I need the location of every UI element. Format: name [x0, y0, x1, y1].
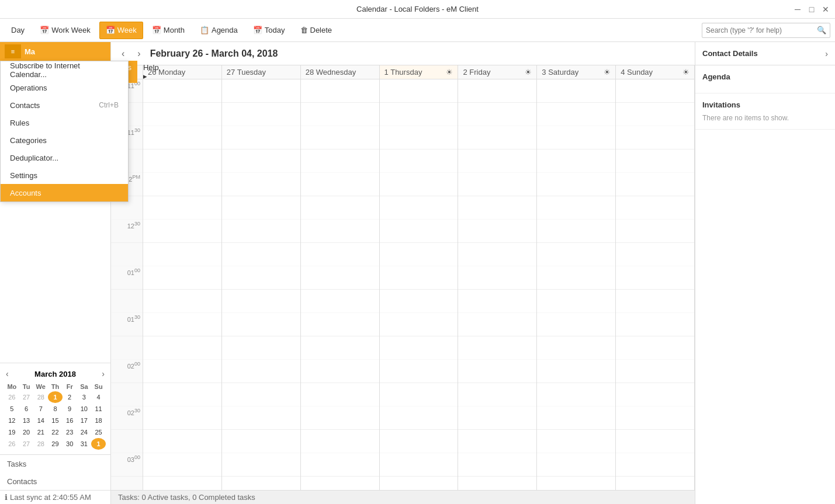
day-cell[interactable] — [143, 173, 221, 196]
day-cell[interactable] — [458, 453, 536, 477]
mini-cal-day[interactable]: 29 — [48, 438, 63, 450]
mini-cal-day[interactable]: 14 — [33, 415, 48, 426]
day-cell[interactable] — [222, 360, 300, 383]
day-cell[interactable] — [143, 453, 221, 477]
mini-cal-day[interactable]: 3 — [77, 391, 92, 403]
cal-grid-scroll[interactable]: 1100113012PM1230010001300200023003000330… — [111, 79, 695, 490]
day-cell[interactable] — [616, 336, 694, 360]
menu-button[interactable]: ≡ — [5, 44, 21, 58]
work-week-button[interactable]: 📅 Work Week — [33, 22, 97, 39]
mini-cal-day[interactable]: 4 — [91, 391, 106, 403]
day-cell[interactable] — [301, 196, 379, 220]
day-cell[interactable] — [380, 477, 458, 490]
week-button[interactable]: 📅 Week — [99, 22, 143, 39]
day-cell[interactable] — [458, 173, 536, 196]
day-cell[interactable] — [537, 266, 615, 290]
mini-cal-day[interactable]: 28 — [33, 391, 48, 403]
day-cell[interactable] — [143, 79, 221, 103]
day-cell[interactable] — [537, 150, 615, 173]
day-cell[interactable] — [143, 103, 221, 126]
day-cell[interactable] — [222, 196, 300, 220]
day-cell[interactable] — [222, 150, 300, 173]
day-cell[interactable] — [143, 313, 221, 336]
day-cell[interactable] — [537, 173, 615, 196]
day-cell[interactable] — [380, 103, 458, 126]
day-cell[interactable] — [616, 430, 694, 453]
mini-cal-day[interactable]: 16 — [63, 415, 77, 426]
day-cell[interactable] — [380, 266, 458, 290]
mini-cal-day[interactable]: 1 — [48, 391, 63, 403]
day-cell[interactable] — [380, 430, 458, 453]
day-cell[interactable] — [222, 453, 300, 477]
tools-menu-operations[interactable]: Operations — [1, 79, 128, 96]
day-cell[interactable] — [222, 126, 300, 150]
tools-menu-rules[interactable]: Rules — [1, 114, 128, 131]
right-panel-expand[interactable]: › — [825, 49, 828, 58]
day-cell[interactable] — [143, 150, 221, 173]
day-cell[interactable] — [143, 243, 221, 266]
day-cell[interactable] — [537, 313, 615, 336]
day-cell[interactable] — [458, 336, 536, 360]
mini-cal-day[interactable]: 28 — [33, 438, 48, 450]
mini-cal-day[interactable]: 17 — [77, 415, 92, 426]
mini-cal-day[interactable]: 11 — [91, 403, 106, 415]
day-cell[interactable] — [222, 290, 300, 313]
day-cell[interactable] — [537, 477, 615, 490]
search-input[interactable] — [706, 26, 817, 34]
maximize-button[interactable]: □ — [807, 5, 816, 14]
mini-cal-day[interactable]: 27 — [19, 391, 34, 403]
day-cell[interactable] — [458, 220, 536, 243]
mini-cal-day[interactable]: 8 — [48, 403, 63, 415]
day-cell[interactable] — [616, 103, 694, 126]
day-cell[interactable] — [301, 150, 379, 173]
day-cell[interactable] — [380, 336, 458, 360]
day-cell[interactable] — [301, 430, 379, 453]
minimize-button[interactable]: ─ — [793, 5, 802, 14]
day-cell[interactable] — [537, 79, 615, 103]
day-cell[interactable] — [537, 430, 615, 453]
delete-button[interactable]: 🗑 Delete — [294, 22, 339, 39]
mini-cal-day[interactable]: 23 — [63, 426, 77, 438]
day-cell[interactable] — [143, 406, 221, 430]
day-cell[interactable] — [380, 173, 458, 196]
day-cell[interactable] — [537, 196, 615, 220]
mini-cal-day[interactable]: 15 — [48, 415, 63, 426]
day-cell[interactable] — [222, 103, 300, 126]
day-cell[interactable] — [380, 313, 458, 336]
sidebar-item-tasks[interactable]: Tasks — [0, 455, 110, 472]
day-cell[interactable] — [616, 126, 694, 150]
day-cell[interactable] — [458, 313, 536, 336]
day-cell[interactable] — [616, 150, 694, 173]
day-cell[interactable] — [301, 360, 379, 383]
day-cell[interactable] — [616, 79, 694, 103]
day-cell[interactable] — [537, 336, 615, 360]
day-cell[interactable] — [143, 477, 221, 490]
mini-cal-day[interactable]: 5 — [5, 403, 19, 415]
day-cell[interactable] — [143, 266, 221, 290]
day-cell[interactable] — [222, 477, 300, 490]
mini-cal-day[interactable]: 24 — [77, 426, 92, 438]
mini-cal-day[interactable]: 2 — [63, 391, 77, 403]
day-cell[interactable] — [301, 266, 379, 290]
day-cell[interactable] — [537, 126, 615, 150]
menubar-help[interactable]: Help ▸ — [137, 61, 165, 83]
day-cell[interactable] — [380, 220, 458, 243]
day-cell[interactable] — [458, 266, 536, 290]
day-cell[interactable] — [458, 150, 536, 173]
day-cell[interactable] — [222, 220, 300, 243]
day-cell[interactable] — [301, 103, 379, 126]
day-cell[interactable] — [301, 126, 379, 150]
tools-menu-categories[interactable]: Categories — [1, 131, 128, 149]
day-cell[interactable] — [616, 243, 694, 266]
day-cell[interactable] — [222, 406, 300, 430]
day-cell[interactable] — [143, 220, 221, 243]
tools-menu-subscribe[interactable]: Subscribe to Internet Calendar... — [1, 61, 128, 79]
day-cell[interactable] — [143, 196, 221, 220]
day-cell[interactable] — [616, 360, 694, 383]
cal-prev-button[interactable]: ‹ — [118, 47, 128, 60]
day-cell[interactable] — [143, 126, 221, 150]
mini-cal-day[interactable]: 7 — [33, 403, 48, 415]
day-cell[interactable] — [616, 173, 694, 196]
day-cell[interactable] — [380, 383, 458, 406]
tools-menu-contacts[interactable]: Contacts Ctrl+B — [1, 96, 128, 114]
